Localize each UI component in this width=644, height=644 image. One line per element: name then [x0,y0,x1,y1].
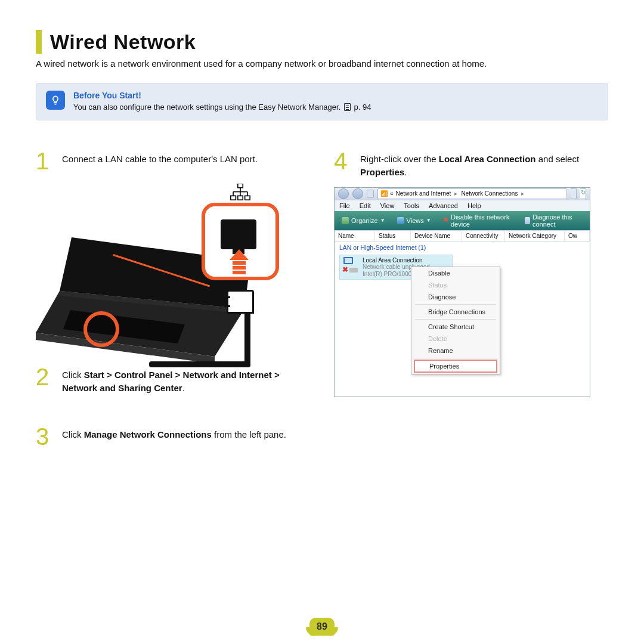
step-1: 1 Connect a LAN cable to the computer's … [36,153,310,173]
menu-advanced[interactable]: Advanced [429,202,458,209]
toolbar-views[interactable]: Views▼ [394,216,435,225]
col-category[interactable]: Network Category [505,231,565,241]
svg-rect-8 [245,196,250,200]
window-content: LAN or High-Speed Internet (1) ✖ Local A… [335,242,590,397]
address-bar[interactable]: 📶 « Network and Internet▸ Network Connec… [377,188,567,199]
toolbar-diagnose[interactable]: Diagnose this connect [521,213,586,228]
menu-tools[interactable]: Tools [404,202,419,209]
info-text: You can also configure the network setti… [73,103,371,112]
toolbar-disable-device[interactable]: Disable this network device [439,213,516,228]
step-number: 4 [334,149,352,179]
toolbar: Organize▼ Views▼ Disable this network de… [335,211,590,230]
rj45-plug-icon [227,290,256,323]
step-3: 3 Click Manage Network Connections from … [36,428,310,448]
col-connectivity[interactable]: Connectivity [462,231,505,241]
step-text: Click Start > Control Panel > Network an… [62,369,310,395]
document-icon [344,103,351,111]
menu-file[interactable]: File [339,202,350,209]
svg-rect-6 [231,196,236,200]
ctx-create-shortcut[interactable]: Create Shortcut [411,321,500,333]
info-heading: Before You Start! [73,91,371,100]
arrow-up-icon [233,249,246,274]
step-2: 2 Click Start > Control Panel > Network … [36,369,310,395]
views-icon [397,217,404,224]
step-number: 3 [36,425,54,448]
folder-icon: 📶 [380,190,388,197]
ctx-bridge[interactable]: Bridge Connections [411,306,500,318]
svg-rect-7 [238,196,243,200]
step-4: 4 Right-click over the Local Area Connec… [334,153,608,179]
nav-back-button[interactable] [338,188,349,199]
column-headers: Name Status Device Name Connectivity Net… [335,230,590,242]
step-text: Right-click over the Local Area Connecti… [360,153,608,179]
context-menu: Disable Status Diagnose Bridge Connectio… [411,267,500,374]
menu-edit[interactable]: Edit [360,202,371,209]
disable-icon [443,217,448,224]
step-number: 1 [36,149,54,173]
toolbar-organize[interactable]: Organize▼ [338,216,389,225]
svg-rect-0 [238,184,243,188]
ctx-delete: Delete [411,333,500,345]
page-number-badge: 89 [309,618,335,636]
col-status[interactable]: Status [375,231,411,241]
lan-port-highlight-circle [83,311,119,347]
menu-view[interactable]: View [380,202,395,209]
error-x-icon: ✖ [342,265,349,273]
page-title: Wired Network [50,30,196,54]
connection-name: Local Area Connection [363,257,430,264]
lan-illustration [36,184,298,369]
lightbulb-icon [46,91,65,110]
diagnose-icon [525,217,530,224]
ctx-diagnose[interactable]: Diagnose [411,291,500,303]
address-dropdown[interactable] [571,188,577,199]
menu-help[interactable]: Help [467,202,481,209]
network-icon [230,184,250,202]
nav-forward-button[interactable] [352,188,363,199]
window-nav-bar: 📶 « Network and Internet▸ Network Connec… [335,188,590,200]
refresh-button[interactable]: ↻ [580,188,586,199]
group-header: LAN or High-Speed Internet (1) [339,244,585,251]
ctx-disable[interactable]: Disable [411,267,500,279]
menu-bar: File Edit View Tools Advanced Help [335,200,590,211]
connection-icon: ✖ [342,257,359,273]
title-accent-bar [36,30,42,54]
step-text: Click Manage Network Connections from th… [62,428,286,448]
col-name[interactable]: Name [335,231,375,241]
step-number: 2 [36,365,54,395]
lan-port-zoom [202,203,279,280]
info-callout: Before You Start! You can also configure… [36,83,608,120]
page-title-row: Wired Network [36,30,608,54]
ctx-status: Status [411,279,500,291]
nav-history-dropdown[interactable] [367,190,374,198]
organize-icon [342,217,349,224]
col-owner[interactable]: Ow [565,231,590,241]
page-subtitle: A wired network is a network environment… [36,58,608,69]
network-connections-window: 📶 « Network and Internet▸ Network Connec… [334,187,590,397]
step-text: Connect a LAN cable to the computer's LA… [62,153,258,173]
ctx-rename[interactable]: Rename [411,345,500,357]
ctx-properties[interactable]: Properties [414,360,497,373]
col-device[interactable]: Device Name [411,231,462,241]
